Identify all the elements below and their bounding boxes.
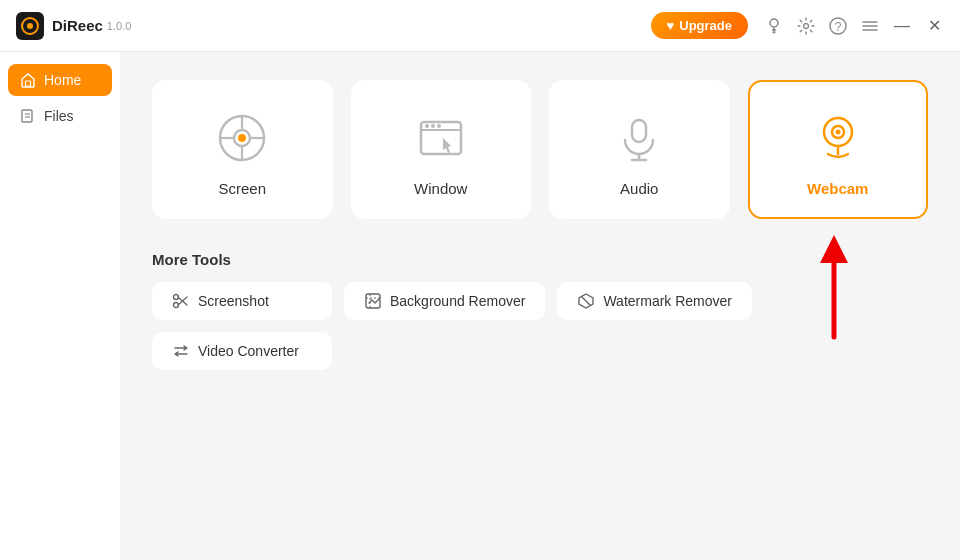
tool-video-converter-label: Video Converter: [198, 343, 299, 359]
minimize-button[interactable]: —: [892, 16, 912, 36]
sidebar-item-home[interactable]: Home: [8, 64, 112, 96]
upgrade-button[interactable]: ♥ Upgrade: [651, 12, 748, 39]
menu-icon[interactable]: [860, 16, 880, 36]
bg-remover-icon: [364, 292, 382, 310]
home-icon: [20, 72, 36, 88]
webcam-label: Webcam: [807, 180, 868, 197]
svg-point-16: [238, 134, 246, 142]
svg-rect-10: [26, 81, 31, 86]
scissors-icon: [172, 292, 190, 310]
sidebar: Home Files: [0, 52, 120, 560]
card-screen[interactable]: Screen: [152, 80, 333, 219]
app-name: DiReec: [52, 17, 103, 34]
upgrade-heart-icon: ♥: [667, 18, 675, 33]
tool-screenshot-label: Screenshot: [198, 293, 269, 309]
card-audio[interactable]: Audio: [549, 80, 730, 219]
titlebar: DiReec 1.0.0 ♥ Upgrade ?: [0, 0, 960, 52]
tool-wm-remover-label: Watermark Remover: [603, 293, 732, 309]
svg-point-4: [804, 23, 809, 28]
talisman-icon[interactable]: [764, 16, 784, 36]
webcam-icon: [810, 110, 866, 166]
svg-point-23: [425, 124, 429, 128]
svg-point-25: [437, 124, 441, 128]
tool-bg-remover-label: Background Remover: [390, 293, 525, 309]
wm-remover-icon: [577, 292, 595, 310]
screen-icon: [214, 110, 270, 166]
app-logo: [16, 12, 44, 40]
main-layout: Home Files: [0, 52, 960, 560]
help-icon[interactable]: ?: [828, 16, 848, 36]
settings-icon[interactable]: [796, 16, 816, 36]
tools-grid: Screenshot Background Remover: [152, 282, 928, 370]
sidebar-item-files[interactable]: Files: [8, 100, 112, 132]
sidebar-home-label: Home: [44, 72, 81, 88]
titlebar-icons: ? — ✕: [764, 16, 944, 36]
tool-screenshot[interactable]: Screenshot: [152, 282, 332, 320]
window-icon: [413, 110, 469, 166]
sidebar-files-label: Files: [44, 108, 74, 124]
more-tools-title: More Tools: [152, 251, 928, 268]
recording-modes-row: Screen Wi: [152, 80, 928, 219]
audio-label: Audio: [620, 180, 658, 197]
card-webcam[interactable]: Webcam: [748, 80, 929, 219]
files-icon: [20, 108, 36, 124]
content-wrapper: Screen Wi: [120, 52, 960, 560]
svg-point-0: [770, 19, 778, 27]
svg-line-39: [582, 297, 590, 305]
svg-rect-26: [632, 120, 646, 142]
close-button[interactable]: ✕: [924, 16, 944, 36]
screen-label: Screen: [218, 180, 266, 197]
tool-video-converter[interactable]: Video Converter: [152, 332, 332, 370]
convert-icon: [172, 342, 190, 360]
card-window[interactable]: Window: [351, 80, 532, 219]
svg-point-24: [431, 124, 435, 128]
tool-wm-remover[interactable]: Watermark Remover: [557, 282, 752, 320]
svg-text:?: ?: [835, 20, 842, 34]
app-version: 1.0.0: [107, 20, 131, 32]
svg-point-31: [835, 130, 840, 135]
svg-rect-11: [22, 110, 32, 122]
content-area: Screen Wi: [120, 52, 960, 398]
window-label: Window: [414, 180, 467, 197]
audio-icon: [611, 110, 667, 166]
tool-bg-remover[interactable]: Background Remover: [344, 282, 545, 320]
